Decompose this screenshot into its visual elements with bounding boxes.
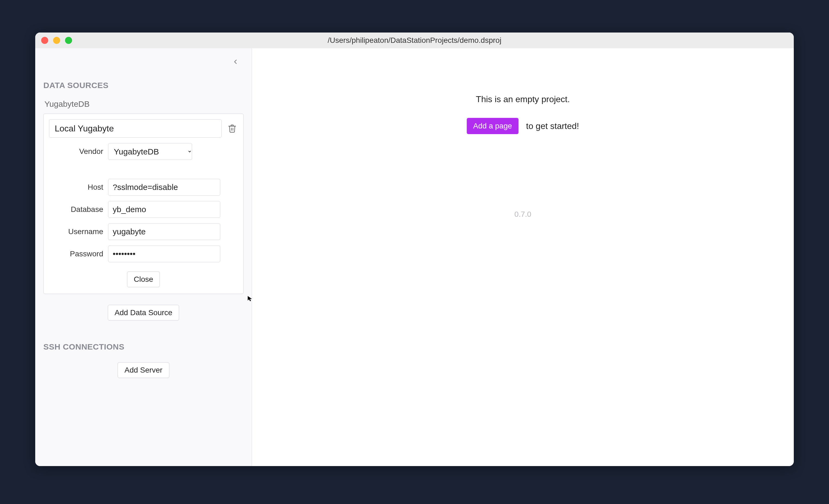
delete-data-source-button[interactable]: [226, 123, 238, 134]
database-row: Database: [49, 201, 238, 218]
vendor-select[interactable]: YugabyteDB: [108, 143, 192, 160]
add-server-row: Add Server: [43, 362, 244, 378]
add-data-source-button[interactable]: Add Data Source: [108, 305, 179, 321]
username-label: Username: [49, 227, 103, 236]
vendor-row: Vendor YugabyteDB: [49, 143, 238, 160]
empty-project-message: This is an empty project.: [476, 94, 570, 104]
username-input[interactable]: [108, 223, 220, 240]
vendor-label: Vendor: [49, 147, 103, 156]
close-button[interactable]: Close: [127, 272, 160, 287]
username-row: Username: [49, 223, 238, 240]
window-title: /Users/philipeaton/DataStationProjects/d…: [35, 36, 794, 45]
host-input[interactable]: [108, 179, 220, 195]
add-page-button[interactable]: Add a page: [467, 118, 518, 134]
ssh-section: SSH CONNECTIONS Add Server: [43, 342, 244, 378]
get-started-row: Add a page to get started!: [467, 118, 579, 134]
sidebar: DATA SOURCES YugabyteDB Vendor YugabyteD…: [35, 48, 252, 466]
titlebar: /Users/philipeaton/DataStationProjects/d…: [35, 33, 794, 48]
password-row: Password: [49, 246, 238, 262]
get-started-suffix: to get started!: [526, 121, 579, 131]
data-source-category: YugabyteDB: [43, 100, 244, 109]
minimize-window-button[interactable]: [53, 37, 60, 44]
window-controls: [41, 37, 72, 44]
close-button-row: Close: [49, 272, 238, 287]
password-label: Password: [49, 250, 103, 258]
password-input[interactable]: [108, 246, 220, 262]
add-server-button[interactable]: Add Server: [117, 362, 169, 378]
database-input[interactable]: [108, 201, 220, 218]
data-source-name-input[interactable]: [49, 119, 222, 138]
fullscreen-window-button[interactable]: [65, 37, 72, 44]
add-data-source-row: Add Data Source: [43, 305, 244, 321]
data-source-card: Vendor YugabyteDB Host Database: [43, 113, 244, 294]
host-label: Host: [49, 183, 103, 191]
app-body: DATA SOURCES YugabyteDB Vendor YugabyteD…: [35, 48, 794, 466]
data-source-name-row: [49, 119, 238, 138]
sidebar-content: DATA SOURCES YugabyteDB Vendor YugabyteD…: [35, 48, 252, 378]
main-panel: This is an empty project. Add a page to …: [252, 48, 794, 466]
collapse-sidebar-button[interactable]: [230, 57, 241, 67]
database-label: Database: [49, 205, 103, 214]
ssh-connections-header: SSH CONNECTIONS: [43, 342, 244, 352]
host-row: Host: [49, 179, 238, 195]
app-window: /Users/philipeaton/DataStationProjects/d…: [35, 33, 794, 466]
trash-icon: [227, 124, 237, 133]
close-window-button[interactable]: [41, 37, 48, 44]
data-sources-header: DATA SOURCES: [43, 81, 244, 90]
version-label: 0.7.0: [514, 210, 531, 219]
chevron-left-icon: [232, 58, 239, 65]
